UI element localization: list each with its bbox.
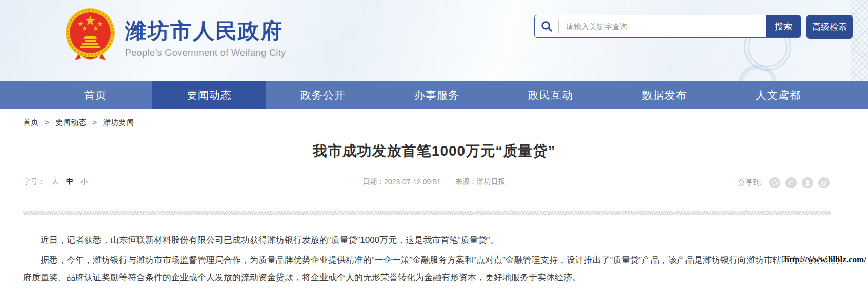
nav-item-services[interactable]: 办事服务 (380, 81, 494, 109)
search-icon (535, 15, 558, 37)
nav-item-data[interactable]: 数据发布 (608, 81, 721, 109)
site-title: 潍坊市人民政府 (125, 19, 286, 43)
article-paragraph: 据悉，今年，潍坊银行与潍坊市市场监督管理局合作，为质量品牌优势企业提供精准的“一… (23, 251, 845, 286)
source-label: 来源： (455, 177, 477, 186)
font-size-label: 字号： (23, 177, 45, 186)
hatched-divider (23, 211, 831, 215)
main-nav: 首页 要闻动态 政务公开 办事服务 政民互动 数据发布 人文鸢都 (0, 81, 868, 109)
nav-item-gov-info[interactable]: 政务公开 (266, 81, 380, 109)
article-body: 近日，记者获悉，山东恒联新材料股份有限公司已成功获得潍坊银行发放的“质量贷”10… (23, 232, 845, 289)
nav-item-home[interactable]: 首页 (38, 81, 152, 109)
site-header: 潍坊市人民政府 People’s Government of Weifang C… (0, 0, 868, 81)
share-qq-icon[interactable] (802, 177, 813, 188)
font-size-large-button[interactable]: 大 (52, 177, 59, 186)
search-input[interactable] (559, 15, 766, 37)
share-label: 分享到: (738, 178, 762, 187)
share-bar: 分享到: (738, 177, 830, 188)
source-value: 潍坊日报 (477, 177, 506, 186)
search-button[interactable]: 搜索 (766, 15, 801, 37)
page: 潍坊市人民政府 People’s Government of Weifang C… (0, 0, 868, 294)
article-title: 我市成功发放首笔1000万元“质量贷” (0, 141, 868, 161)
breadcrumb: 首页 > 要闻动态 > 潍坊要闻 (23, 118, 134, 128)
breadcrumb-current: 潍坊要闻 (103, 118, 134, 127)
font-size-small-button[interactable]: 小 (80, 177, 88, 186)
search-box: 搜索 (534, 15, 801, 38)
nav-item-news[interactable]: 要闻动态 (152, 81, 266, 109)
date-label: 日期： (362, 177, 384, 186)
article-meta-row: 字号： 大 中 小 日期： 2023-07-12 09:51 来源： 潍坊日报 … (23, 177, 845, 190)
font-size-medium-button[interactable]: 中 (66, 177, 73, 186)
national-emblem-icon (64, 7, 117, 69)
share-weibo-icon[interactable] (818, 177, 830, 188)
breadcrumb-news[interactable]: 要闻动态 (55, 118, 86, 127)
font-size-controls: 字号： 大 中 小 (23, 177, 88, 186)
breadcrumb-separator: > (45, 118, 49, 127)
share-qzone-icon[interactable] (785, 177, 797, 188)
url-watermark: http://www.hlblz.com/ (784, 255, 866, 265)
breadcrumb-separator: > (92, 118, 97, 127)
site-subtitle: People’s Government of Weifang City (125, 48, 286, 58)
article-paragraph: 近日，记者获悉，山东恒联新材料股份有限公司已成功获得潍坊银行发放的“质量贷”10… (23, 232, 845, 249)
site-logo-link[interactable]: 潍坊市人民政府 People’s Government of Weifang C… (64, 7, 286, 69)
advanced-search-button[interactable]: 高级检索 (806, 15, 853, 39)
nav-item-culture[interactable]: 人文鸢都 (721, 81, 835, 109)
date-value: 2023-07-12 09:51 (384, 178, 441, 186)
share-wechat-moments-icon[interactable] (769, 177, 780, 188)
nav-item-interaction[interactable]: 政民互动 (494, 81, 608, 109)
header-lattice-decoration (851, 0, 868, 81)
breadcrumb-home[interactable]: 首页 (23, 118, 38, 127)
article-date-source: 日期： 2023-07-12 09:51 来源： 潍坊日报 (362, 177, 506, 186)
brand-text: 潍坊市人民政府 People’s Government of Weifang C… (125, 7, 286, 58)
